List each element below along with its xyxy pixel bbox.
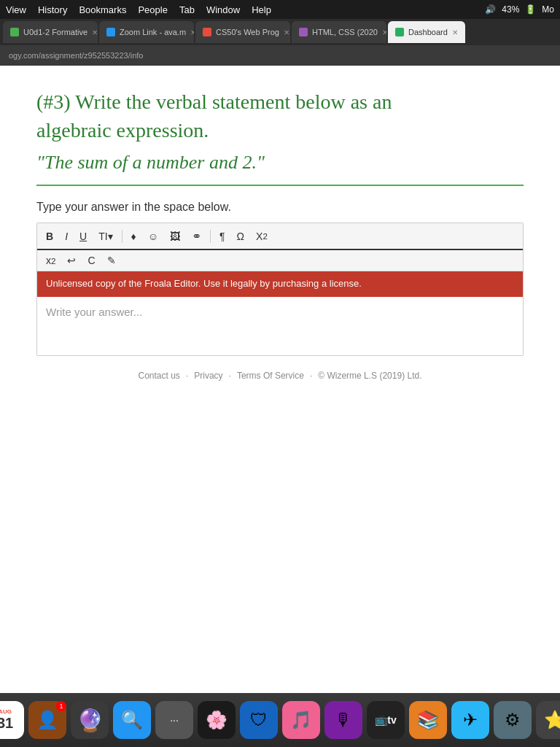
- editor-toolbar-row2: x2 ↩ C ✎: [37, 250, 523, 271]
- appletv-icon: 📺tv: [375, 714, 396, 726]
- toolbar-clear-format[interactable]: ✎: [104, 253, 119, 268]
- toolbar-divider-2: [210, 230, 211, 243]
- question-title: (#3) Write the verbal statement below as…: [36, 88, 524, 144]
- laptop-frame: View History Bookmarks People Tab Window…: [0, 0, 560, 747]
- dock-item-testflight[interactable]: ✈: [451, 701, 489, 739]
- dock-item-podcasts[interactable]: 🎙: [324, 701, 362, 739]
- toolbar-bold[interactable]: B: [43, 229, 56, 244]
- toolbar-divider-1: [122, 230, 122, 243]
- battery-level: 43%: [502, 4, 519, 15]
- dock-item-stars[interactable]: ⭐: [536, 701, 560, 739]
- tab-close-2[interactable]: ✕: [190, 28, 194, 36]
- contacts-badge: 1: [56, 701, 66, 711]
- tab-label-5: Dashboard: [408, 28, 448, 36]
- calendar-day: 31: [0, 715, 13, 732]
- dock-item-books[interactable]: 📚: [409, 701, 447, 739]
- tab-favicon-1: [10, 28, 19, 36]
- sysprefs-icon: ⚙: [505, 710, 521, 730]
- more-menu[interactable]: Mo: [542, 4, 554, 15]
- menu-item-bookmarks[interactable]: Bookmarks: [79, 4, 126, 15]
- volume-icon: 🔊: [485, 4, 496, 15]
- screen: View History Bookmarks People Tab Window…: [0, 0, 560, 693]
- toolbar-omega[interactable]: Ω: [234, 229, 247, 244]
- toolbar-underline[interactable]: U: [77, 229, 90, 244]
- footer-privacy[interactable]: Privacy: [194, 371, 222, 381]
- footer-dot-1: ·: [186, 371, 188, 381]
- battery-icon: 🔋: [525, 4, 536, 15]
- address-bar[interactable]: ogy.com/assignment/z952553223/info: [0, 45, 560, 66]
- toolbar-italic[interactable]: I: [62, 229, 71, 244]
- editor-toolbar: B I U TI▾ ♦ ☺ 🖼 ⚭ ¶ Ω X2: [37, 223, 523, 250]
- calendar-month: AUG: [0, 708, 12, 715]
- more-icon: ···: [170, 714, 179, 726]
- dock-item-launchpad[interactable]: 🔮: [71, 701, 109, 739]
- instruction-text: Type your answer in the space below.: [36, 201, 524, 214]
- dock-item-photos[interactable]: 🌸: [198, 701, 236, 739]
- question-line1: (#3) Write the verbal statement below as…: [36, 90, 392, 113]
- dock-item-finder[interactable]: 🔍: [113, 701, 151, 739]
- footer-copyright: © Wizerme L.S (2019) Ltd.: [318, 371, 421, 381]
- menu-item-people[interactable]: People: [138, 4, 167, 15]
- tab-dashboard[interactable]: Dashboard ✕: [388, 21, 465, 43]
- tab-favicon-5: [395, 28, 404, 36]
- testflight-icon: ✈: [463, 710, 478, 730]
- menu-bar-right: 🔊 43% 🔋 Mo: [485, 4, 554, 15]
- page-content: (#3) Write the verbal statement below as…: [0, 66, 560, 395]
- toolbar-emoji[interactable]: ☺: [145, 229, 161, 244]
- podcasts-icon: 🎙: [335, 710, 352, 730]
- menu-item-tab[interactable]: Tab: [179, 4, 195, 15]
- tab-u0d1[interactable]: U0d1-2 Formative ✕: [3, 21, 98, 43]
- toolbar-link[interactable]: ⚭: [189, 228, 204, 244]
- launchpad-icon: 🔮: [77, 708, 104, 733]
- nordvpn-icon: 🛡: [250, 710, 268, 730]
- photos-icon: 🌸: [206, 710, 228, 730]
- tab-label-3: CS50's Web Prog: [216, 28, 279, 36]
- menu-item-view[interactable]: View: [6, 4, 26, 15]
- contacts-icon: 👤: [36, 710, 58, 730]
- tab-cs50[interactable]: CS50's Web Prog ✕: [195, 21, 290, 43]
- tab-close-3[interactable]: ✕: [284, 28, 289, 36]
- footer-dot-2: ·: [229, 371, 231, 381]
- finder-icon: 🔍: [121, 710, 143, 730]
- url-display: ogy.com/assignment/z952553223/info: [9, 51, 143, 60]
- dock-item-appletv[interactable]: 📺tv: [367, 701, 405, 739]
- tab-favicon-3: [203, 28, 211, 36]
- dock-item-more[interactable]: ···: [155, 701, 193, 739]
- dock-item-music[interactable]: 🎵: [282, 701, 320, 739]
- toolbar-pin[interactable]: ♦: [128, 229, 139, 244]
- footer-dot-3: ·: [310, 371, 312, 381]
- tab-label-2: Zoom Link - ava.m: [120, 28, 186, 36]
- editor-placeholder: Write your answer...: [46, 306, 142, 318]
- dock-item-contacts[interactable]: 👤 1: [28, 701, 66, 739]
- tab-close-4[interactable]: ✕: [382, 28, 386, 36]
- tab-label-4: HTML, CSS (2020: [312, 28, 378, 36]
- tab-html[interactable]: HTML, CSS (2020 ✕: [292, 21, 386, 43]
- dock-item-sysprefs[interactable]: ⚙: [494, 701, 532, 739]
- dock-item-nordvpn[interactable]: 🛡: [240, 701, 278, 739]
- tab-zoom[interactable]: Zoom Link - ava.m ✕: [99, 21, 194, 43]
- tab-label-1: U0d1-2 Formative: [23, 28, 88, 36]
- menu-item-window[interactable]: Window: [206, 4, 240, 15]
- editor-body[interactable]: Write your answer...: [37, 297, 523, 355]
- toolbar-subscript[interactable]: X2: [253, 229, 271, 244]
- dock-item-calendar[interactable]: AUG 31: [0, 701, 24, 739]
- footer-contact[interactable]: Contact us: [139, 371, 180, 381]
- froala-editor[interactable]: B I U TI▾ ♦ ☺ 🖼 ⚭ ¶ Ω X2 x2 ↩: [36, 222, 524, 355]
- menu-bar: View History Bookmarks People Tab Window…: [0, 0, 560, 19]
- toolbar-text-style[interactable]: TI▾: [96, 229, 115, 244]
- tab-close-5[interactable]: ✕: [452, 28, 458, 36]
- menu-item-help[interactable]: Help: [252, 4, 271, 15]
- toolbar-redo[interactable]: C: [85, 253, 98, 268]
- license-warning: Unlicensed copy of the Froala Editor. Us…: [37, 271, 523, 296]
- toolbar-superscript[interactable]: x2: [43, 253, 58, 268]
- question-quote: "The sum of a number and 2.": [36, 152, 524, 186]
- page-footer: Contact us · Privacy · Terms Of Service …: [36, 371, 524, 381]
- tab-close-1[interactable]: ✕: [92, 28, 98, 36]
- dock: AUG 31 👤 1 🔮 🔍 ··· 🌸 🛡 🎵: [0, 693, 560, 747]
- music-icon: 🎵: [290, 710, 312, 730]
- footer-terms[interactable]: Terms Of Service: [237, 371, 304, 381]
- toolbar-paragraph[interactable]: ¶: [217, 229, 228, 244]
- menu-item-history[interactable]: History: [38, 4, 67, 15]
- toolbar-image[interactable]: 🖼: [167, 229, 183, 244]
- toolbar-undo[interactable]: ↩: [64, 253, 79, 268]
